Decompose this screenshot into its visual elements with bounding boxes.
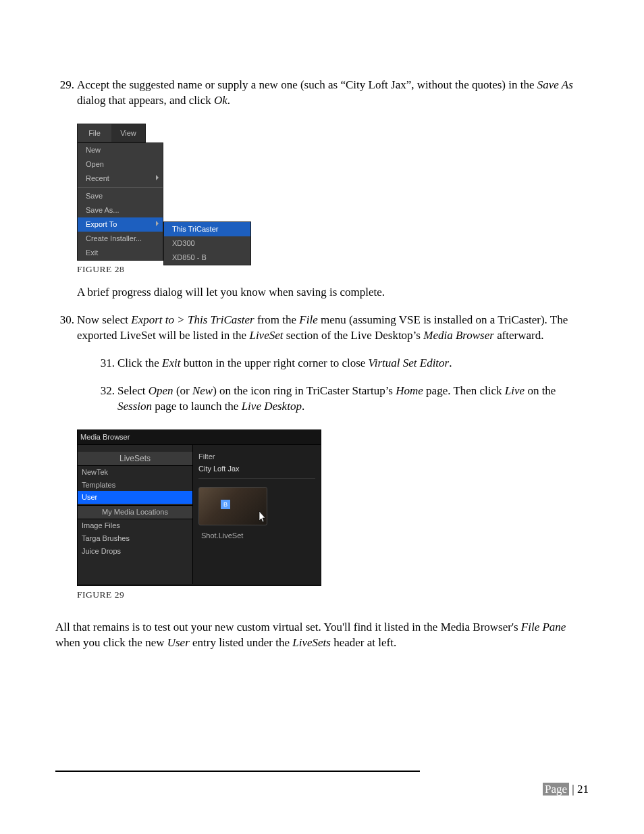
text: section of the Live Desktop’s: [286, 329, 424, 342]
file-menu-dropdown: New Open Recent Save Save As... Export T…: [77, 142, 163, 261]
text: dialog that appears, and click: [77, 94, 214, 107]
menu-item-exit[interactable]: Exit: [78, 246, 163, 260]
step-31-num: 31.: [96, 356, 117, 371]
submenu-arrow-icon: [156, 221, 159, 226]
sidebar-item-juice-drops[interactable]: Juice Drops: [78, 545, 192, 558]
step-29: 29. Accept the suggested name or supply …: [55, 78, 589, 109]
figure-29: Media Browser LiveSets NewTek Templates …: [77, 429, 321, 586]
menu-item-new[interactable]: New: [78, 143, 163, 157]
submenu-item-this-tricaster[interactable]: This TriCaster: [164, 222, 250, 236]
closing-paragraph: All that remains is to test out your new…: [55, 620, 589, 651]
menu-item-open[interactable]: Open: [78, 157, 163, 172]
step-32-body: Select Open (or New) on the icon ring in…: [117, 384, 589, 415]
menu-item-saveas[interactable]: Save As...: [78, 203, 163, 217]
step-31-body: Click the Exit button in the upper right…: [117, 356, 589, 371]
sidebar-item-targa-brushes[interactable]: Targa Brushes: [78, 532, 192, 545]
italic: Live: [505, 384, 525, 397]
menu-item-exportto-label: Export To: [86, 220, 117, 228]
italic: New: [192, 384, 213, 397]
text: afterward.: [494, 329, 544, 342]
text: page. Then click: [423, 384, 505, 397]
italic-ok: Ok: [214, 94, 227, 107]
submenu-item-xd850b[interactable]: XD850 - B: [164, 251, 250, 265]
thumbnail-badge: B: [221, 500, 230, 509]
text: page to launch the: [152, 400, 242, 413]
media-browser-title: Media Browser: [78, 430, 321, 445]
step-31: 31. Click the Exit button in the upper r…: [77, 356, 589, 371]
italic-save-as: Save As: [537, 78, 573, 91]
menu-item-recent-label: Recent: [86, 174, 109, 182]
italic: Live Desktop: [242, 400, 302, 413]
menu-bar: File View: [77, 124, 146, 142]
step-32-num: 32.: [96, 384, 117, 415]
menu-view-tab[interactable]: View: [111, 124, 145, 142]
footer-rule: [55, 771, 420, 772]
menu-item-exportto[interactable]: Export To: [78, 217, 163, 232]
menu-item-recent[interactable]: Recent: [78, 172, 163, 186]
export-submenu: This TriCaster XD300 XD850 - B: [163, 221, 251, 265]
text: Now select: [77, 313, 131, 326]
text: Accept the suggested name or supply a ne…: [77, 78, 537, 91]
menu-item-save[interactable]: Save: [78, 189, 163, 203]
footer-page-number: Page | 21: [543, 783, 589, 796]
text: from the: [254, 313, 300, 326]
italic: LiveSet: [249, 329, 286, 342]
filter-value[interactable]: City Loft Jax: [198, 464, 315, 479]
sidebar-item-user[interactable]: User: [78, 491, 192, 504]
text: entry listed under the: [190, 636, 293, 649]
menu-separator: [78, 187, 163, 188]
italic: Export to > This TriCaster: [131, 313, 254, 326]
text: when you click the new: [55, 636, 167, 649]
text: Select: [117, 384, 149, 397]
footer-page-word: Page: [543, 783, 569, 796]
text: on the: [525, 384, 556, 397]
text: (or: [173, 384, 192, 397]
media-browser-sidebar: LiveSets NewTek Templates User My Media …: [78, 445, 193, 584]
submenu-item-xd300[interactable]: XD300: [164, 236, 250, 251]
media-browser-content: Filter City Loft Jax B Shot.LiveSet: [193, 445, 321, 584]
text: All that remains is to test out your new…: [55, 621, 521, 633]
submenu-arrow-icon: [156, 175, 159, 180]
text: ) on the icon ring in TriCaster Startup’…: [213, 384, 396, 397]
step-32: 32. Select Open (or New) on the icon rin…: [77, 384, 589, 415]
sidebar-item-templates[interactable]: Templates: [78, 479, 192, 492]
step-30: 30. Now select Export to > This TriCaste…: [55, 313, 589, 610]
text: .: [227, 94, 230, 107]
step-30-num: 30.: [55, 313, 77, 610]
footer-num: 21: [577, 783, 589, 796]
cursor-icon: [259, 511, 268, 526]
footer-sep: |: [569, 783, 577, 796]
text: button in the upper right corner to clos…: [181, 357, 369, 369]
text: header at left.: [331, 636, 396, 649]
italic: Media Browser: [423, 329, 494, 342]
sidebar-item-newtek[interactable]: NewTek: [78, 466, 192, 479]
italic: File: [299, 313, 317, 326]
italic: User: [167, 636, 190, 649]
figure-28-caption: FIGURE 28: [77, 263, 589, 276]
italic: Session: [117, 400, 152, 413]
text: Click the: [117, 357, 162, 369]
italic: Virtual Set Editor: [369, 357, 450, 369]
filter-label: Filter: [198, 452, 315, 462]
italic: File Pane: [521, 621, 566, 633]
step-29-body: Accept the suggested name or supply a ne…: [77, 78, 589, 109]
after-fig28-paragraph: A brief progress dialog will let you kno…: [77, 285, 589, 301]
figure-29-caption: FIGURE 29: [77, 589, 589, 601]
menu-file-tab[interactable]: File: [78, 124, 111, 142]
liveset-thumbnail[interactable]: B: [198, 487, 267, 525]
figure-28: File View New Open Recent Save Save As..…: [77, 124, 252, 261]
menu-item-createinstaller[interactable]: Create Installer...: [78, 232, 163, 246]
italic: Open: [149, 384, 173, 397]
italic: Home: [396, 384, 423, 397]
sidebar-header-mymedia: My Media Locations: [78, 505, 192, 519]
sidebar-header-livesets: LiveSets: [78, 452, 192, 466]
italic: Exit: [162, 357, 180, 369]
italic: LiveSets: [292, 636, 331, 649]
thumbnail-name: Shot.LiveSet: [201, 531, 315, 541]
text: .: [302, 400, 304, 413]
step-29-num: 29.: [55, 78, 77, 109]
step-30-body: Now select Export to > This TriCaster fr…: [77, 313, 589, 610]
sidebar-item-image-files[interactable]: Image Files: [78, 519, 192, 532]
text: .: [449, 357, 452, 369]
